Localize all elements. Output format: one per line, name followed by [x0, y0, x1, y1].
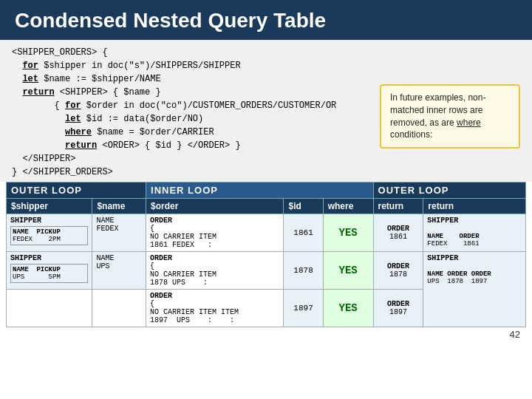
- shipper-cell-1: SHIPPER NAME PICKUP FEDEX 2PM: [7, 214, 92, 252]
- return-outer-cell-1: SHIPPER NAME ORDER FEDEX 1861: [423, 214, 526, 252]
- name-cell-1: NAME FEDEX: [92, 214, 146, 252]
- col-name: $name: [92, 199, 146, 214]
- where-cell-3: YES: [323, 290, 373, 327]
- where-cell-2: YES: [323, 252, 373, 290]
- page-title: Condensed Nested Query Table: [0, 0, 532, 40]
- col-shipper: $shipper: [7, 199, 92, 214]
- col-id: $id: [284, 199, 323, 214]
- outer-loop-header-right: OUTER LOOP: [373, 183, 525, 199]
- code-block: <SHIPPER_ORDERS> { for $shipper in doc("…: [0, 40, 532, 182]
- shipper-cell-2: SHIPPER NAME PICKUP UPS 5PM: [7, 252, 92, 290]
- id-cell-3: 1897: [284, 290, 323, 327]
- shipper-detail-2: SHIPPER NAME PICKUP UPS 5PM: [10, 254, 88, 283]
- col-return-outer: return: [423, 199, 526, 214]
- main-table-container: OUTER LOOP INNER LOOP OUTER LOOP $shippe…: [0, 182, 532, 327]
- order-cell-3: ORDER { NO CARRIER ITEM ITEM 1897 UPS : …: [146, 290, 284, 327]
- col-where: where: [323, 199, 373, 214]
- code-line-1: <SHIPPER_ORDERS> {: [12, 46, 520, 59]
- return-outer-cell-2: SHIPPER NAME ORDER ORDER UPS 1878 1897: [423, 252, 526, 327]
- table-row: SHIPPER NAME PICKUP FEDEX 2PM NAME FEDEX…: [7, 214, 526, 252]
- name-cell-3: [92, 290, 146, 327]
- col-order: $order: [146, 199, 284, 214]
- tooltip-text: In future examples, non-matched inner ro…: [390, 92, 485, 140]
- nested-query-table: OUTER LOOP INNER LOOP OUTER LOOP $shippe…: [6, 182, 526, 327]
- code-line-9: </SHIPPER>: [12, 152, 520, 166]
- id-cell-1: 1861: [284, 214, 323, 252]
- col-return-inner: return: [373, 199, 423, 214]
- name-cell-2: NAME UPS: [92, 252, 146, 290]
- return-inner-cell-1: ORDER 1861: [373, 214, 423, 252]
- page-number: 42: [0, 327, 532, 341]
- table-header-row-2: $shipper $name $order $id where return r…: [7, 199, 526, 214]
- return-inner-cell-3: ORDER 1897: [373, 290, 423, 327]
- shipper-detail-1: SHIPPER NAME PICKUP FEDEX 2PM: [10, 216, 88, 245]
- outer-loop-header-left: OUTER LOOP: [7, 183, 146, 199]
- code-line-10: } </SHIPPER_ORDERS>: [12, 166, 520, 179]
- id-cell-2: 1878: [284, 252, 323, 290]
- order-cell-2: ORDER { NO CARRIER ITEM 1878 UPS :: [146, 252, 284, 290]
- table-row: SHIPPER NAME PICKUP UPS 5PM NAME UPS ORD…: [7, 252, 526, 290]
- table-header-row-1: OUTER LOOP INNER LOOP OUTER LOOP: [7, 183, 526, 199]
- inner-loop-header: INNER LOOP: [146, 183, 374, 199]
- return-inner-cell-2: ORDER 1878: [373, 252, 423, 290]
- code-line-2: for $shipper in doc("s")/SHIPPERS/SHIPPE…: [12, 59, 520, 72]
- where-cell-1: YES: [323, 214, 373, 252]
- tooltip-box: In future examples, non-matched inner ro…: [380, 84, 520, 149]
- order-cell-1: ORDER { NO CARRIER ITEM 1861 FEDEX :: [146, 214, 284, 252]
- shipper-cell-3: [7, 290, 92, 327]
